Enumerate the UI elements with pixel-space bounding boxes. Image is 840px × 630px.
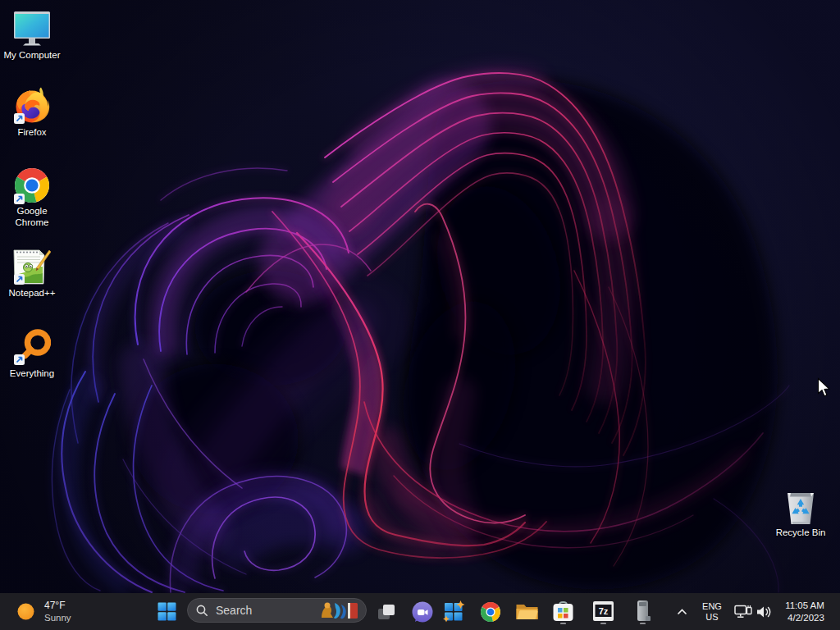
- svg-text:7z: 7z: [598, 605, 608, 615]
